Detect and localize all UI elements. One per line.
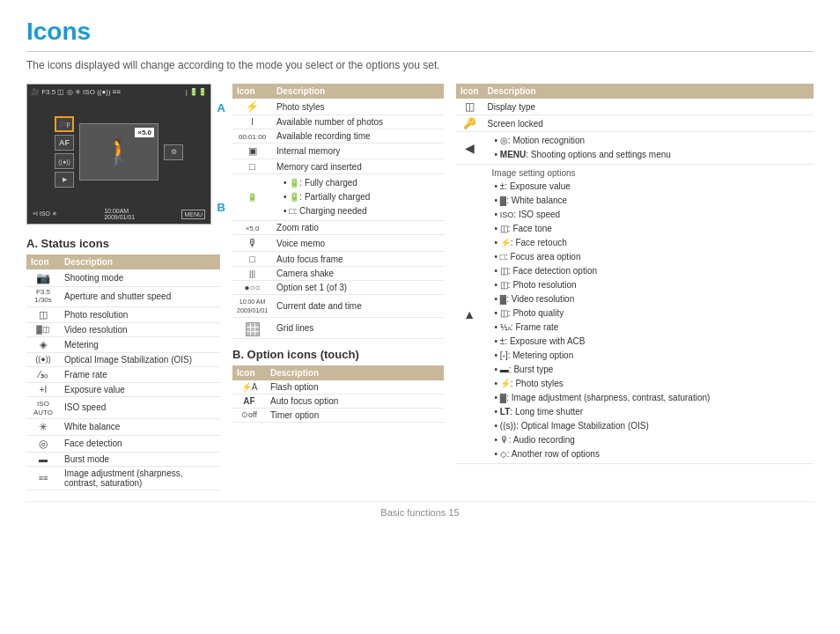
desc-cell: Image adjustment (sharpness, contrast, s… [60, 466, 220, 490]
cam-bottom-left: +I ISO ✳ [33, 210, 57, 217]
option-icons-table: Icon Description ⚡A Flash option AF Auto… [232, 365, 444, 423]
icon-cell: □ [232, 252, 272, 267]
table-row: ◀ ◎: Motion recognition MENU: Shooting o… [456, 132, 814, 165]
section-b-title: B. Option icons (touch) [232, 348, 444, 361]
col-desc-b: Description [266, 365, 444, 380]
desc-cell: Auto focus frame [272, 252, 444, 267]
desc-cell: Metering [60, 336, 220, 352]
table-row: 🎙 Voice memo [232, 235, 444, 252]
desc-cell: Timer option [266, 408, 444, 422]
col-desc-mid: Description [272, 84, 444, 99]
desc-cell: ◎: Motion recognition MENU: Shooting opt… [483, 132, 814, 165]
icon-cell: I [232, 115, 272, 129]
icon-cell: ▣ [232, 144, 272, 159]
icon-cell: ●○○ [232, 281, 272, 295]
desc-cell: Auto focus option [266, 394, 444, 408]
col-desc-r: Description [483, 84, 814, 99]
table-row: ▬ Burst mode [26, 452, 220, 466]
col-desc-a: Description [60, 254, 220, 269]
camera-viewfinder: ×5.0 🚶 [79, 123, 158, 181]
table-row: 🔑 Screen locked [456, 115, 814, 132]
icon-cell: ▬ [26, 452, 60, 466]
desc-cell: Grid lines [272, 317, 444, 338]
table-row: ✳ White balance [26, 418, 220, 435]
desc-cell: Memory card inserted [272, 159, 444, 174]
icon-cell: ◈ [26, 336, 60, 352]
icon-cell: ◫ [456, 99, 483, 115]
col-icon-b: Icon [232, 365, 266, 380]
desc-cell: Current date and time [272, 295, 444, 318]
icon-cell [232, 317, 272, 338]
camera-top-icons: 🎥 F3.5 ◫ ◎ ✳ ISO ((●)) ≡≡ [31, 88, 121, 96]
desc-cell: Frame rate [60, 366, 220, 382]
icon-cell: AF [232, 394, 266, 408]
status-icons-table: Icon Description 📷 Shooting mode F3.51/3… [26, 254, 220, 490]
icon-cell: ◎ [26, 435, 60, 452]
icon-cell: ⁄₃₀ [26, 366, 60, 382]
table-row: 🔋 🔋: Fully charged 🔋: Partially charged … [232, 174, 444, 221]
icon-cell: ≡≡ [26, 466, 60, 490]
icon-cell: 🔋 [232, 174, 272, 221]
col-icon-a: Icon [26, 254, 60, 269]
desc-cell: ISO speed [60, 396, 220, 418]
desc-cell: Exposure value [60, 382, 220, 396]
icon-cell: ◀ [456, 132, 483, 165]
desc-cell: Photo styles [272, 99, 444, 115]
middle-column: Icon Description ⚡ Photo styles I Availa… [232, 84, 444, 490]
table-row: ◎ Face detection [26, 435, 220, 452]
table-row: I Available number of photos [232, 115, 444, 129]
figure-icon: 🚶 [104, 137, 135, 166]
desc-cell: Optical Image Stabilization (OIS) [60, 352, 220, 366]
table-row: Grid lines [232, 317, 444, 338]
icon-cell: ⚡ [232, 99, 272, 115]
table-row: ◫ Display type [456, 99, 814, 115]
icon-cell: ⚡A [232, 380, 266, 394]
left-column: 🎥 F3.5 ◫ ◎ ✳ ISO ((●)) ≡≡ | 🔋🔋 🎥p AF ((●… [26, 84, 220, 490]
option-icons-section: B. Option icons (touch) Icon Description… [232, 348, 444, 423]
desc-cell: Screen locked [483, 115, 814, 132]
icon-cell: ✳ [26, 418, 60, 435]
table-row: ⚡A Flash option [232, 380, 444, 394]
camera-diagram-wrapper: 🎥 F3.5 ◫ ◎ ✳ ISO ((●)) ≡≡ | 🔋🔋 🎥p AF ((●… [26, 84, 211, 232]
desc-cell: 🔋: Fully charged 🔋: Partially charged □:… [272, 174, 444, 221]
icon-cell: 🔑 [456, 115, 483, 132]
desc-cell: Image setting options ±: Exposure value … [483, 165, 814, 464]
right-icons-table: Icon Description ◫ Display type 🔑 Screen… [456, 84, 814, 464]
page-footer: Basic functions 15 [26, 501, 814, 518]
icon-cell: ((●)) [26, 352, 60, 366]
desc-cell: Zoom ratio [272, 221, 444, 235]
desc-cell: Burst mode [60, 452, 220, 466]
page-title: Icons [26, 18, 814, 52]
icon-cell: 🎙 [232, 235, 272, 252]
cam-menu: MENU [181, 210, 205, 219]
desc-cell: Aperture and shutter speed [60, 287, 220, 307]
icon-cell: ||| [232, 267, 272, 281]
camera-diagram: 🎥 F3.5 ◫ ◎ ✳ ISO ((●)) ≡≡ | 🔋🔋 🎥p AF ((●… [26, 84, 211, 225]
icon-cell: 10:00 AM2009/01/01 [232, 295, 272, 318]
right-column: Icon Description ◫ Display type 🔑 Screen… [456, 84, 814, 490]
icon-cell: 00:01:00 [232, 129, 272, 144]
table-row: 00:01:00 Available recording time [232, 129, 444, 144]
desc-cell: Shooting mode [60, 269, 220, 287]
label-b: B [217, 201, 225, 214]
cam-icon-af: AF [55, 135, 74, 151]
table-row: ▲ Image setting options ±: Exposure valu… [456, 165, 814, 464]
desc-cell: Display type [483, 99, 814, 115]
desc-cell: White balance [60, 418, 220, 435]
table-row: ⚡ Photo styles [232, 99, 444, 115]
grid-lines-icon [246, 322, 260, 336]
icon-cell: F3.51/30s [26, 287, 60, 307]
table-row: F3.51/30s Aperture and shutter speed [26, 287, 220, 307]
table-row: □ Auto focus frame [232, 252, 444, 267]
camera-left-icons: 🎥p AF ((●)) ▶ [55, 116, 74, 188]
camera-bottom-bar: +I ISO ✳ 10:00AM2009/01/01 MENU [31, 208, 207, 220]
table-row: AF Auto focus option [232, 394, 444, 408]
camera-battery-icons: | 🔋🔋 [186, 88, 207, 96]
table-row: ISOAUTO ISO speed [26, 396, 220, 418]
desc-cell: Camera shake [272, 267, 444, 281]
desc-cell: Internal memory [272, 144, 444, 159]
icon-cell: +I [26, 382, 60, 396]
cam-date-time: 10:00AM2009/01/01 [104, 208, 135, 220]
icon-cell: ISOAUTO [26, 396, 60, 418]
col-icon-r: Icon [456, 84, 483, 99]
